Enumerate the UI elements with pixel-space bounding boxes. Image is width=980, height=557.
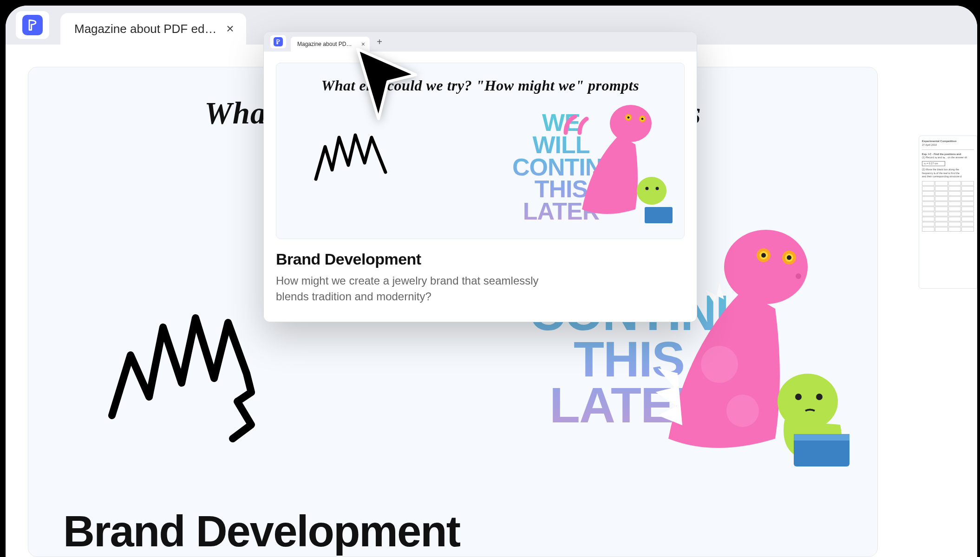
preview-subtitle: How might we create a jewelry brand that… [276,273,573,304]
preview-body: What else could we try? "How might we" p… [264,52,697,322]
svg-point-16 [641,118,644,120]
svg-point-13 [610,105,652,142]
tab-title: Magazine about PDF ed… [74,22,216,36]
preview-app-icon[interactable] [270,35,286,48]
preview-tab-title: Magazine about PD… [297,41,358,47]
app-logo-icon [274,37,283,46]
svg-point-6 [701,346,738,383]
svg-point-4 [761,253,766,258]
svg-rect-12 [794,434,849,440]
close-icon[interactable]: × [224,23,236,35]
svg-point-10 [816,394,823,400]
dinosaur-illustration [554,98,675,228]
main-title: Brand Development [63,506,460,557]
svg-point-19 [646,187,649,190]
svg-point-18 [637,177,666,205]
app-icon-button[interactable] [16,11,49,39]
svg-rect-21 [645,207,673,223]
tab-preview-popup: Magazine about PD… × + What else could w… [263,32,697,322]
page-thumbnail[interactable]: Experimental Competition 27 April 2010 E… [919,136,977,289]
preview-sticker: WE WILL CONTINUE THIS LATER ~ [512,98,675,228]
app-window: Magazine about PDF ed… × What e prompts … [6,6,977,557]
app-logo-icon [22,15,43,35]
preview-heading: What else could we try? "How might we" p… [290,77,670,94]
svg-point-5 [796,273,801,279]
cursor-icon [353,45,423,123]
svg-point-20 [656,187,659,190]
svg-point-7 [726,395,759,427]
svg-point-3 [787,255,791,260]
tab-active[interactable]: Magazine about PDF ed… × [60,13,246,45]
svg-point-9 [795,394,802,400]
preview-tab-bar: Magazine about PD… × + [264,32,697,52]
preview-title: Brand Development [276,250,685,268]
scribble-drawing [309,119,397,188]
preview-canvas: What else could we try? "How might we" p… [276,63,685,239]
svg-point-17 [627,117,630,119]
svg-point-0 [724,230,808,304]
